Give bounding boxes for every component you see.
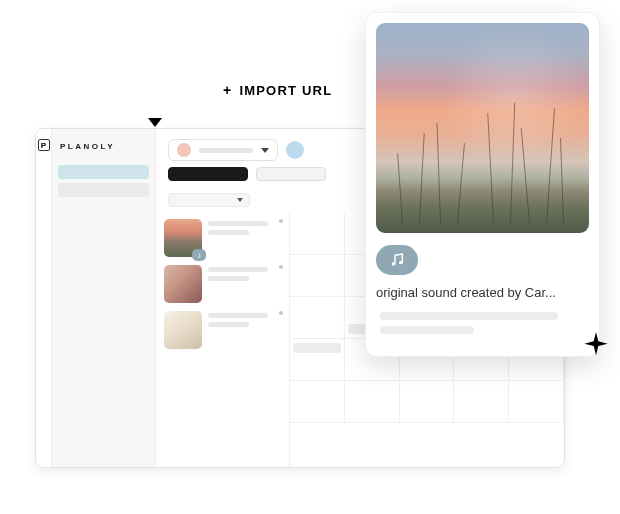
avatar-icon xyxy=(177,143,191,157)
brand-logo-icon: P xyxy=(38,139,50,151)
calendar-cell[interactable] xyxy=(400,381,455,423)
secondary-avatar-icon[interactable] xyxy=(286,141,304,159)
draft-thumbnail: ♪ xyxy=(164,219,202,257)
placeholder-line xyxy=(208,313,268,318)
brand-name: PLANOLY xyxy=(52,142,155,151)
draft-list: ♪ xyxy=(156,213,290,467)
sound-row xyxy=(376,245,589,275)
placeholder-line xyxy=(199,148,253,153)
calendar-cell[interactable] xyxy=(290,297,345,339)
calendar-cell[interactable] xyxy=(290,381,345,423)
nav-item-active[interactable] xyxy=(58,165,149,179)
import-url-callout: + IMPORT URL xyxy=(223,82,332,98)
preview-image xyxy=(376,23,589,233)
draft-card[interactable] xyxy=(164,265,283,303)
tab-active[interactable] xyxy=(168,167,248,181)
placeholder-line xyxy=(208,276,249,281)
placeholder-line xyxy=(208,230,249,235)
draft-card[interactable]: ♪ xyxy=(164,219,283,257)
chevron-down-icon xyxy=(261,148,269,153)
svg-point-0 xyxy=(392,262,395,265)
brand-rail: P xyxy=(36,129,52,467)
sound-label: original sound created by Car... xyxy=(376,285,589,300)
draft-meta xyxy=(208,219,283,257)
calendar-cell[interactable] xyxy=(290,255,345,297)
calendar-cell[interactable] xyxy=(509,381,564,423)
event-chip[interactable] xyxy=(293,343,341,353)
placeholder-line xyxy=(208,221,268,226)
music-badge-icon: ♪ xyxy=(192,249,206,261)
chevron-down-icon xyxy=(237,198,243,202)
calendar-cell[interactable] xyxy=(454,381,509,423)
calendar-cell[interactable] xyxy=(290,339,345,381)
more-icon[interactable] xyxy=(279,265,283,269)
filter-dropdown[interactable] xyxy=(168,193,250,207)
more-icon[interactable] xyxy=(279,311,283,315)
nav-item[interactable] xyxy=(58,183,149,197)
tab[interactable] xyxy=(256,167,326,181)
placeholder-line xyxy=(380,312,558,320)
calendar-cell[interactable] xyxy=(345,381,400,423)
callout-pointer-icon xyxy=(148,118,162,127)
music-icon[interactable] xyxy=(376,245,418,275)
draft-card[interactable] xyxy=(164,311,283,349)
draft-thumbnail xyxy=(164,265,202,303)
placeholder-line xyxy=(208,267,268,272)
draft-meta xyxy=(208,265,283,303)
import-url-label: IMPORT URL xyxy=(239,83,332,98)
svg-point-1 xyxy=(399,261,402,264)
skeleton-lines xyxy=(376,312,589,334)
placeholder-line xyxy=(380,326,474,334)
more-icon[interactable] xyxy=(279,219,283,223)
plus-icon: + xyxy=(223,82,232,98)
sparkle-icon xyxy=(582,332,610,360)
draft-thumbnail xyxy=(164,311,202,349)
profile-dropdown[interactable] xyxy=(168,139,278,161)
calendar-cell[interactable] xyxy=(290,213,345,255)
preview-card: original sound created by Car... xyxy=(365,12,600,357)
placeholder-line xyxy=(208,322,249,327)
draft-meta xyxy=(208,311,283,349)
nav-sidebar: PLANOLY xyxy=(52,129,156,467)
